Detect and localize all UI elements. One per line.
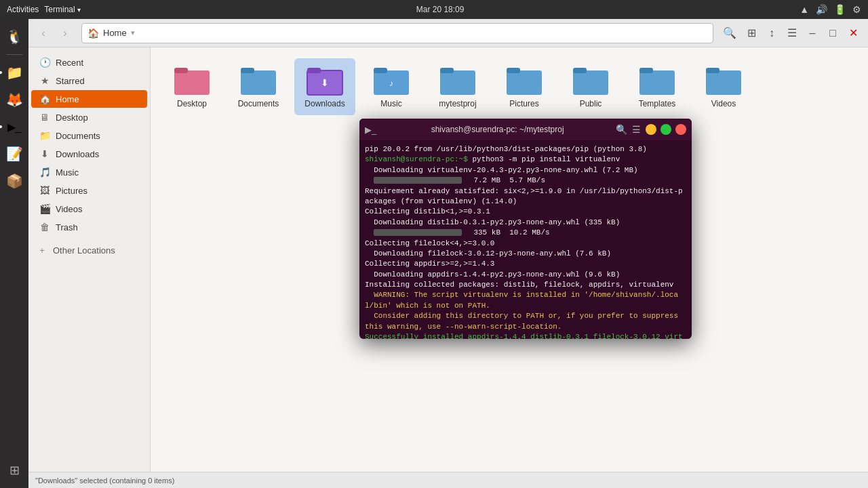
documents-icon: 📁	[39, 130, 50, 141]
activities-button[interactable]: Activities	[7, 5, 39, 14]
dock-item-text-editor[interactable]: 📝	[2, 142, 26, 166]
starred-icon: ★	[39, 75, 50, 86]
svg-rect-10	[440, 70, 475, 95]
svg-rect-5	[307, 68, 321, 73]
home-icon: 🏠	[39, 94, 50, 104]
folder-videos[interactable]: Videos	[693, 58, 754, 115]
term-line-warning: WARNING: The script virtualenv is instal…	[365, 290, 686, 311]
music-icon: 🎵	[39, 167, 50, 178]
sidebar-item-pictures[interactable]: 🖼 Pictures	[31, 182, 147, 199]
dock: 🐧 📁 🦊 ▶_ 📝 📦 ⊞	[0, 19, 28, 488]
svg-rect-16	[639, 70, 675, 95]
dock-item-terminal[interactable]: ▶_	[2, 115, 26, 139]
fm-toolbar-right: ⊞ ↕ ☰ – □ ✕	[742, 24, 863, 43]
sidebar-item-starred[interactable]: ★ Starred	[31, 72, 147, 89]
path-home-icon: 🏠	[87, 28, 99, 39]
fm-path-bar[interactable]: 🏠 Home ▾	[81, 23, 713, 43]
view-toggle-button[interactable]: ⊞	[742, 24, 761, 43]
term-line: Downloading virtualenv-20.4.3-py2.py3-no…	[365, 165, 686, 176]
term-line: Requirement already satisfied: six<2,>=1…	[365, 186, 686, 207]
terminal-titlebar-icon: ▶_	[365, 125, 376, 135]
battery-icon[interactable]: 🔋	[834, 4, 846, 15]
terminal-window: ▶_ shivansh@surendra-pc: ~/mytestproj 🔍 …	[359, 119, 692, 339]
term-line-success: Successfully installed appdirs-1.4.4 dis…	[365, 332, 686, 339]
path-dropdown-icon[interactable]: ▾	[131, 28, 135, 37]
dock-item-ubuntu[interactable]: 🐧	[2, 24, 26, 49]
forward-button[interactable]: ›	[56, 24, 75, 43]
term-line: Collecting appdirs>=2,>=1.4.3	[365, 259, 686, 269]
sidebar-item-trash[interactable]: 🗑 Trash	[31, 218, 147, 236]
svg-rect-2	[241, 70, 276, 95]
term-line: 7.2 MB 5.7 MB/s	[365, 176, 686, 186]
svg-rect-14	[573, 70, 608, 95]
fm-statusbar: "Downloads" selected (containing 0 items…	[28, 472, 868, 488]
term-line: Downloading appdirs-1.4.4-py2.py3-none-a…	[365, 270, 686, 280]
sidebar-item-downloads[interactable]: ⬇ Downloads	[31, 145, 147, 163]
term-line: Installing collected packages: distlib, …	[365, 280, 686, 290]
svg-rect-1	[174, 68, 188, 73]
dock-item-show-apps[interactable]: ⊞	[2, 458, 26, 483]
sidebar-item-documents[interactable]: 📁 Documents	[31, 127, 147, 144]
dock-item-firefox[interactable]: 🦊	[2, 87, 26, 112]
folder-music[interactable]: ♪ Music	[361, 58, 422, 115]
topbar-datetime: Mar 20 18:09	[416, 5, 465, 14]
folder-public[interactable]: Public	[560, 58, 621, 115]
fm-sidebar: 🕐 Recent ★ Starred 🏠 Home 🖥 Desktop 📁 Do…	[28, 47, 151, 472]
menu-button[interactable]: ☰	[783, 24, 802, 43]
term-line: 335 kB 10.2 MB/s	[365, 228, 686, 238]
minimize-button[interactable]: –	[803, 24, 822, 43]
svg-rect-19	[706, 68, 719, 73]
volume-icon[interactable]: 🔊	[816, 4, 827, 15]
folder-templates[interactable]: Templates	[627, 58, 688, 115]
folder-downloads[interactable]: ⬇ Downloads	[294, 58, 355, 115]
videos-icon: 🎬	[39, 203, 50, 214]
folder-pictures[interactable]: Pictures	[494, 58, 555, 115]
fm-toolbar: ‹ › 🏠 Home ▾ 🔍 ⊞ ↕ ☰ – □ ✕	[28, 19, 868, 47]
folder-documents[interactable]: Documents	[228, 58, 289, 115]
terminal-minimize-button[interactable]	[646, 124, 656, 135]
close-button[interactable]: ✕	[844, 24, 863, 43]
svg-rect-8	[374, 68, 387, 73]
terminal-title: shivansh@surendra-pc: ~/mytestproj	[383, 125, 612, 134]
sort-button[interactable]: ↕	[762, 24, 781, 43]
trash-icon: 🗑	[39, 222, 50, 232]
term-line: Downloading distlib-0.3.1-py2.py3-none-a…	[365, 218, 686, 228]
terminal-close-button[interactable]	[675, 124, 686, 135]
svg-rect-0	[174, 70, 210, 95]
desktop-icon: 🖥	[39, 112, 50, 123]
dock-item-software[interactable]: 📦	[2, 169, 26, 193]
topbar: Activities Terminal ▾ Mar 20 18:09 ▲ 🔊 🔋…	[0, 0, 868, 19]
svg-text:⬇: ⬇	[321, 77, 329, 88]
terminal-menu-button[interactable]: ☰	[631, 124, 642, 135]
dock-item-files[interactable]: 📁	[2, 60, 26, 85]
recent-icon: 🕐	[39, 57, 50, 68]
term-line: Downloading filelock-3.0.12-py3-none-any…	[365, 249, 686, 259]
dock-separator	[6, 54, 22, 55]
term-line: Collecting filelock<4,>=3.0.0	[365, 239, 686, 249]
search-button[interactable]: 🔍	[720, 24, 739, 43]
path-label: Home	[103, 28, 127, 38]
svg-rect-13	[507, 68, 520, 73]
terminal-search-button[interactable]: 🔍	[616, 124, 627, 135]
term-line: Collecting distlib<1,>=0.3.1	[365, 207, 686, 217]
sidebar-item-other-locations[interactable]: + Other Locations	[28, 242, 150, 259]
settings-icon[interactable]: ⚙	[852, 4, 861, 15]
sidebar-item-home[interactable]: 🏠 Home	[31, 90, 147, 108]
sidebar-item-desktop[interactable]: 🖥 Desktop	[31, 108, 147, 126]
sidebar-item-recent[interactable]: 🕐 Recent	[31, 54, 147, 71]
svg-rect-11	[440, 68, 454, 73]
svg-rect-15	[573, 68, 587, 73]
sidebar-item-music[interactable]: 🎵 Music	[31, 163, 147, 181]
back-button[interactable]: ‹	[34, 24, 53, 43]
files-grid: Desktop Documents	[161, 58, 857, 115]
terminal-body[interactable]: pip 20.0.2 from /usr/lib/python3/dist-pa…	[359, 140, 692, 339]
term-line: shivansh@surendra-pc:~$ python3 -m pip i…	[365, 155, 686, 165]
topbar-right: ▲ 🔊 🔋 ⚙	[800, 4, 861, 15]
sidebar-item-videos[interactable]: 🎬 Videos	[31, 200, 147, 218]
folder-desktop[interactable]: Desktop	[161, 58, 222, 115]
terminal-menu[interactable]: Terminal ▾	[44, 5, 81, 14]
maximize-button[interactable]: □	[823, 24, 842, 43]
folder-mytestproj[interactable]: mytestproj	[427, 58, 488, 115]
terminal-maximize-button[interactable]	[660, 124, 671, 135]
network-icon[interactable]: ▲	[800, 4, 809, 15]
